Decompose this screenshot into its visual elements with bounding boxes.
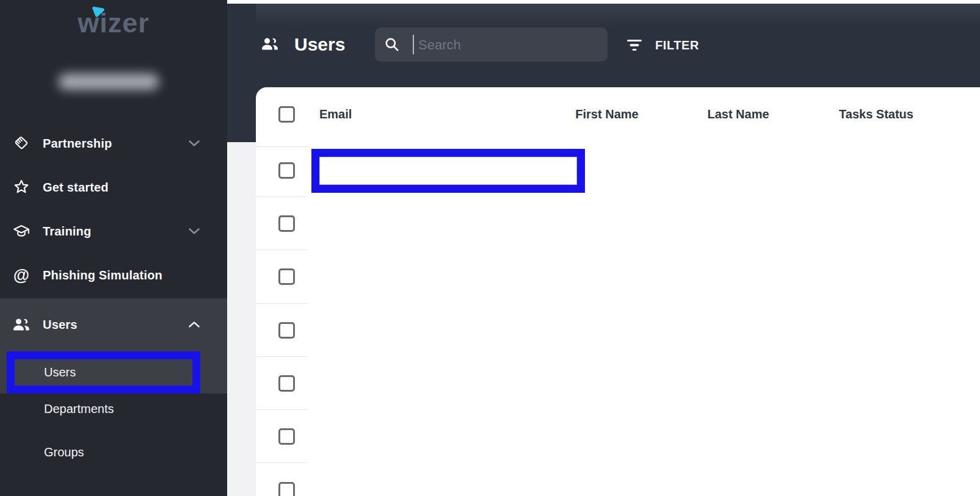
handshake-icon [12,135,31,152]
chevron-down-icon [188,228,200,235]
row-checkbox[interactable] [278,375,295,392]
table-row[interactable] [256,410,980,463]
chevron-down-icon [188,140,200,147]
search-box [375,27,608,62]
row-checkbox[interactable] [278,268,295,285]
sidebar-item-label: Get started [43,181,109,195]
star-icon [12,179,31,196]
sidebar-subitem-label: Users [44,365,76,379]
row-checkbox[interactable] [278,482,295,496]
table-row[interactable] [256,357,980,410]
text-caret [413,35,414,54]
table-row[interactable] [256,304,980,357]
annotation-box-first-row-email [311,149,585,193]
header-gutter [227,4,256,142]
sidebar-item-get-started[interactable]: Get started [0,165,227,209]
chevron-up-icon [188,321,200,328]
sidebar-subitem-departments[interactable]: Departments [0,395,227,422]
filter-icon [627,40,642,51]
sidebar-item-partnership[interactable]: Partnership [0,121,227,165]
row-checkbox[interactable] [278,322,295,339]
wizer-logo: wizer [0,7,227,39]
sidebar: wizer Partnership [0,0,227,496]
table-row[interactable] [256,250,980,303]
sidebar-item-label: Phishing Simulation [43,268,162,282]
sidebar-subitem-groups[interactable]: Groups [0,439,227,465]
page-title: Users [294,34,345,55]
select-all-checkbox[interactable] [278,106,295,123]
sidebar-item-users[interactable]: Users [0,298,227,351]
search-input[interactable] [417,34,597,57]
table-row[interactable] [256,197,980,250]
graduation-cap-icon [12,223,31,240]
sidebar-subitem-users[interactable]: Users [15,359,192,386]
column-header-last-name: Last Name [707,107,769,121]
redacted-email-cell [319,157,577,185]
column-header-email: Email [319,107,352,121]
sidebar-item-label: Partnership [43,137,112,151]
app-screen: wizer Partnership [0,0,980,496]
users-icon [261,36,279,52]
filter-label: FILTER [655,38,699,52]
column-header-first-name: First Name [575,107,638,121]
users-icon [12,316,31,333]
table-body [256,144,980,496]
table-row[interactable] [256,463,980,496]
sidebar-item-phishing-simulation[interactable]: @ Phishing Simulation [0,253,227,297]
column-header-tasks-status: Tasks Status [839,107,913,121]
row-checkbox[interactable] [278,428,295,445]
sidebar-item-label: Training [43,225,91,239]
filter-button[interactable]: FILTER [627,33,699,57]
sidebar-item-label: Users [43,318,78,332]
row-checkbox[interactable] [278,162,295,179]
search-icon [384,37,400,52]
sidebar-subitem-label: Groups [44,445,84,459]
main-area: Users FILTER Email First Name Last Name … [227,0,980,496]
at-icon: @ [12,267,31,284]
annotation-box-sidebar-users: Users [7,351,200,394]
account-name-blurred [59,74,159,90]
sidebar-subitem-label: Departments [44,402,114,416]
row-checkbox[interactable] [278,215,295,232]
sidebar-item-training[interactable]: Training [0,209,227,253]
